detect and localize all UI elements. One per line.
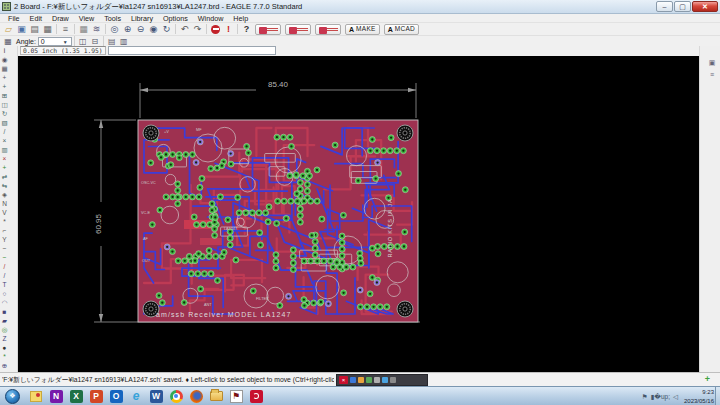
display-monitor-icon[interactable]: ▣ xyxy=(707,58,717,67)
tool-change-icon[interactable]: / xyxy=(0,128,9,137)
pcb-service-button-3[interactable] xyxy=(315,24,341,35)
run-script-icon[interactable]: ! xyxy=(222,23,235,35)
redraw-icon[interactable]: ↻ xyxy=(160,23,173,35)
tool-hole-icon[interactable]: ● xyxy=(0,344,9,353)
tool-optimize-icon[interactable]: ~ xyxy=(0,245,9,254)
tool-wire-icon[interactable]: / xyxy=(0,272,9,281)
speaker-icon[interactable]: ◁ xyxy=(673,393,678,401)
menu-view[interactable]: View xyxy=(74,14,99,23)
pcb-render[interactable]: 85.4060.95am/ssb Receiver MODEL LA1247RA… xyxy=(18,56,699,372)
tool-name-icon[interactable]: N xyxy=(0,200,9,209)
tool-copy-icon[interactable]: ⊞ xyxy=(0,92,9,101)
taskbar-powerpoint-icon[interactable]: P xyxy=(88,389,104,404)
popup-app-icon[interactable] xyxy=(366,377,372,383)
undo-icon[interactable]: ↶ xyxy=(178,23,191,35)
popup-ie-icon[interactable] xyxy=(350,377,356,383)
popup-app-icon[interactable] xyxy=(382,377,388,383)
menu-file[interactable]: File xyxy=(3,14,25,23)
tool-lock-icon[interactable]: ◈ xyxy=(0,191,9,200)
menu-help[interactable]: Help xyxy=(228,14,253,23)
redo-icon[interactable]: ↷ xyxy=(191,23,204,35)
popup-close-icon[interactable]: × xyxy=(339,376,348,384)
script-icon[interactable]: ≡ xyxy=(59,23,72,35)
popup-folder-icon[interactable] xyxy=(358,377,364,383)
tool-route-icon[interactable]: ~ xyxy=(0,254,9,263)
zoom-in-icon[interactable]: ⊕ xyxy=(121,23,134,35)
tool-miter-icon[interactable]: ⌐ xyxy=(0,227,9,236)
tool-polygon-icon[interactable]: ▰ xyxy=(0,317,9,326)
title-bar[interactable]: 2 Board - F:¥新しいフォルダー¥la1247 sn16913¥LA1… xyxy=(0,0,720,14)
tool-auto-icon[interactable]: ⊕ xyxy=(0,362,9,371)
tool-add-icon[interactable]: + xyxy=(0,164,9,173)
tool-ripup-icon[interactable]: / xyxy=(0,263,9,272)
tool-signal-icon[interactable]: Z xyxy=(0,335,9,344)
menu-edit[interactable]: Edit xyxy=(25,14,47,23)
print-icon[interactable]: ▤ xyxy=(28,23,41,35)
open-icon[interactable]: ▱ xyxy=(2,23,15,35)
tool-group-icon[interactable]: ▧ xyxy=(0,119,9,128)
stop-icon[interactable] xyxy=(209,23,222,35)
popup-app-icon[interactable] xyxy=(374,377,380,383)
layer-settings-icon[interactable]: ≋ xyxy=(90,23,103,35)
taskbar-internet-explorer-icon[interactable]: e xyxy=(128,389,144,404)
taskbar-onenote-icon[interactable]: N xyxy=(48,389,64,404)
tool-mark-icon[interactable]: + xyxy=(0,74,9,83)
dock-icon[interactable]: ≡ xyxy=(707,70,717,79)
menu-draw[interactable]: Draw xyxy=(47,14,74,23)
tool-value-icon[interactable]: V xyxy=(0,209,9,218)
network-icon[interactable]: ▮�up; xyxy=(651,393,670,401)
taskbar-eagle-icon[interactable] xyxy=(248,389,264,404)
tool-delete-icon[interactable]: × xyxy=(0,155,9,164)
taskbar-clock[interactable]: 9:23 2023/05/16 xyxy=(684,388,714,404)
tool-info-icon[interactable]: i xyxy=(0,47,9,56)
export-image-icon[interactable]: ▦ xyxy=(41,23,54,35)
taskbar-cad-icon[interactable]: ⚑ xyxy=(228,389,244,404)
tool-show-icon[interactable]: ◉ xyxy=(0,56,9,65)
tool-split-icon[interactable]: Y xyxy=(0,236,9,245)
tool-cut-icon[interactable]: × xyxy=(0,137,9,146)
tool-pinswap-icon[interactable]: ⇄ xyxy=(0,173,9,182)
show-desktop-button[interactable] xyxy=(715,387,720,405)
taskbar-outlook-icon[interactable]: O xyxy=(108,389,124,404)
close-button[interactable]: ✕ xyxy=(692,1,718,12)
tool-mirror-icon[interactable]: ◫ xyxy=(0,101,9,110)
taskbar-start-button[interactable]: ❖ xyxy=(5,389,20,404)
zoom-select-icon[interactable]: ◉ xyxy=(147,23,160,35)
pad-shape-icon[interactable]: ▤ xyxy=(106,36,118,46)
tool-rotate-icon[interactable]: ↻ xyxy=(0,110,9,119)
angle-dropdown[interactable]: 0 ▼ xyxy=(38,37,72,46)
menu-options[interactable]: Options xyxy=(158,14,193,23)
tool-paste-icon[interactable]: ▥ xyxy=(0,146,9,155)
taskbar-excel-icon[interactable]: X xyxy=(68,389,84,404)
tool-rect-icon[interactable]: ■ xyxy=(0,308,9,317)
tool-smash-icon[interactable]: * xyxy=(0,218,9,227)
minimize-button[interactable]: – xyxy=(656,1,673,12)
menu-library[interactable]: Library xyxy=(126,14,158,23)
taskbar-explorer-icon[interactable] xyxy=(208,389,224,404)
taskbar-sticky-notes-icon[interactable] xyxy=(28,389,44,404)
mirror-icon[interactable]: ◫ xyxy=(77,36,89,46)
tool-display-icon[interactable]: ▦ xyxy=(0,65,9,74)
make-button[interactable]: AMAKE xyxy=(345,24,380,35)
zoom-out-icon[interactable]: ⊖ xyxy=(134,23,147,35)
grid-settings-icon[interactable]: ▦ xyxy=(2,36,14,46)
action-center-flag-icon[interactable]: ⚑ xyxy=(642,393,648,401)
tool-circle-icon[interactable]: ○ xyxy=(0,290,9,299)
floating-toolbar[interactable]: × xyxy=(336,374,428,386)
pad-array-icon[interactable]: ▥ xyxy=(118,36,130,46)
tool-replace-icon[interactable]: ⇆ xyxy=(0,182,9,191)
mcad-button[interactable]: AMCAD xyxy=(384,24,419,35)
help-icon[interactable]: ? xyxy=(240,23,253,35)
maximize-button[interactable]: ▢ xyxy=(674,1,691,12)
save-icon[interactable]: ▣ xyxy=(15,23,28,35)
menu-window[interactable]: Window xyxy=(193,14,229,23)
menu-tools[interactable]: Tools xyxy=(99,14,126,23)
pcb-service-button-2[interactable] xyxy=(285,24,311,35)
tool-via-icon[interactable]: ◎ xyxy=(0,326,9,335)
tool-arc-icon[interactable]: ◠ xyxy=(0,299,9,308)
pcb-board[interactable]: am/ssb Receiver MODEL LA1247RADIO KITS I… xyxy=(138,120,418,322)
tool-move-icon[interactable]: + xyxy=(0,83,9,92)
pcb-service-button-1[interactable] xyxy=(255,24,281,35)
command-input[interactable] xyxy=(108,46,276,55)
taskbar-chrome-icon[interactable] xyxy=(168,389,184,404)
